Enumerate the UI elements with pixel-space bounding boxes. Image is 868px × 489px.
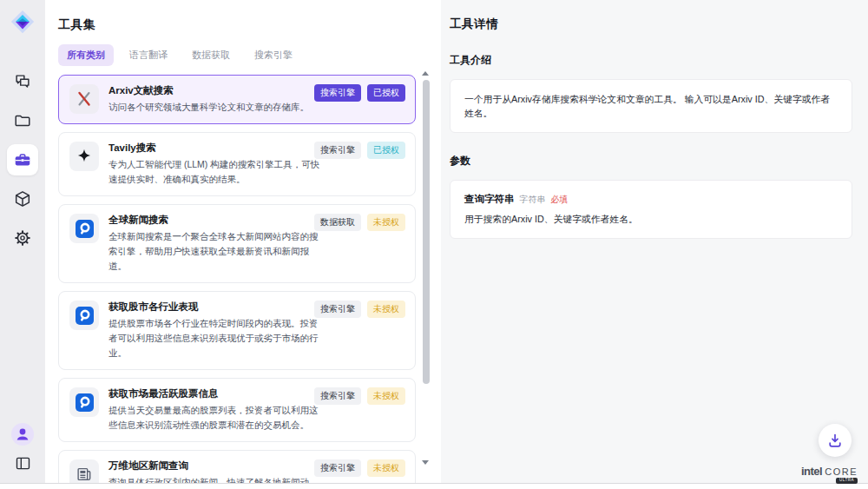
auth-badge: 已授权 bbox=[367, 84, 405, 102]
news-search-icon bbox=[69, 214, 99, 243]
param-desc: 用于搜索的Arxiv ID、关键字或作者姓名。 bbox=[464, 214, 838, 226]
category-tabs: 所有类别 语言翻译 数据获取 搜索引擎 bbox=[58, 44, 416, 66]
tools-panel-title: 工具集 bbox=[58, 17, 416, 33]
tool-card-desc: 提供股票市场各个行业在特定时间段内的表现。投资者可以利用这些信息来识别表现优于或… bbox=[108, 316, 324, 360]
auth-badge: 未授权 bbox=[367, 387, 405, 405]
card-badges: 数据获取 未授权 bbox=[314, 214, 405, 231]
card-badges: 搜索引擎 已授权 bbox=[314, 84, 405, 102]
tool-card-global-news[interactable]: 全球新闻搜索 全球新闻搜索是一个聚合全球各大新闻网站内容的搜索引擎，帮助用户快速… bbox=[58, 204, 416, 283]
intro-text: 一个用于从Arxiv存储库搜索科学论文和文章的工具。 输入可以是Arxiv ID… bbox=[464, 92, 838, 120]
tab-language-translation[interactable]: 语言翻译 bbox=[121, 44, 176, 66]
app-window: 工具集 所有类别 语言翻译 数据获取 搜索引擎 A bbox=[0, 0, 868, 489]
news-search-icon bbox=[69, 387, 99, 417]
category-badge: 搜索引擎 bbox=[314, 387, 361, 405]
intel-word: intel bbox=[801, 466, 822, 477]
app-frame: 工具集 所有类别 语言翻译 数据获取 搜索引擎 A bbox=[0, 0, 868, 484]
nav-models[interactable] bbox=[7, 183, 38, 215]
tool-card-desc: 提供当天交易量最高的股票列表，投资者可以利用这些信息来识别流动性强的股票和潜在的… bbox=[108, 403, 324, 433]
details-title: 工具详情 bbox=[450, 17, 852, 32]
tool-card-sector-performance[interactable]: 获取股市各行业表现 提供股票市场各个行业在特定时间段内的表现。投资者可以利用这些… bbox=[58, 291, 416, 370]
tavily-star-icon bbox=[69, 142, 99, 171]
news-search-icon-chip bbox=[76, 307, 94, 325]
user-avatar[interactable] bbox=[11, 423, 34, 446]
tool-card-desc: 访问各个研究领域大量科学论文和文章的存储库。 bbox=[108, 100, 324, 115]
scrollbar-up-arrow[interactable] bbox=[422, 71, 429, 76]
nav-files[interactable] bbox=[7, 105, 38, 136]
newspaper-icon bbox=[69, 459, 99, 483]
download-button[interactable] bbox=[819, 424, 852, 457]
tool-details-panel: 工具详情 工具介绍 一个用于从Arxiv存储库搜索科学论文和文章的工具。 输入可… bbox=[441, 0, 868, 483]
tool-card-desc: 查询具体行政区划内的新闻，快速了解各地新闻动 bbox=[108, 475, 324, 483]
auth-badge: 已授权 bbox=[367, 142, 405, 159]
category-badge: 搜索引擎 bbox=[314, 459, 361, 477]
nav-chat[interactable] bbox=[7, 66, 38, 97]
category-badge: 搜索引擎 bbox=[314, 301, 361, 318]
tool-card-desc: 专为人工智能代理 (LLM) 构建的搜索引擎工具，可快速提供实时、准确和真实的结… bbox=[108, 157, 324, 187]
nav-toolbox[interactable] bbox=[7, 144, 38, 175]
user-avatar-icon bbox=[11, 423, 34, 446]
auth-badge: 未授权 bbox=[367, 459, 405, 477]
cube-icon bbox=[13, 189, 32, 208]
param-card: 查询字符串 字符串 必填 用于搜索的Arxiv ID、关键字或作者姓名。 bbox=[450, 180, 852, 239]
rail-bottom bbox=[11, 423, 34, 472]
ultra-badge: ULTRA bbox=[836, 478, 858, 485]
params-heading: 参数 bbox=[450, 154, 852, 169]
param-required-flag: 必填 bbox=[551, 194, 569, 206]
nav-settings[interactable] bbox=[7, 222, 38, 254]
icon-rail bbox=[0, 0, 45, 483]
tab-search-engine[interactable]: 搜索引擎 bbox=[246, 44, 301, 66]
param-type: 字符串 bbox=[520, 194, 546, 206]
core-word: CORE bbox=[825, 467, 858, 477]
category-badge: 搜索引擎 bbox=[314, 142, 361, 159]
news-search-icon-chip bbox=[76, 393, 94, 412]
intel-core-wordmark: intel CORE bbox=[801, 466, 858, 477]
panel-toggle-icon bbox=[14, 454, 32, 472]
app-logo-icon bbox=[10, 9, 36, 35]
chat-icon bbox=[13, 72, 32, 91]
intro-heading: 工具介绍 bbox=[450, 53, 852, 68]
news-search-icon bbox=[69, 301, 99, 330]
param-name: 查询字符串 bbox=[464, 193, 515, 206]
scrollbar-thumb[interactable] bbox=[423, 80, 430, 384]
intel-core-logo: intel CORE ULTRA bbox=[801, 466, 858, 485]
card-badges: 搜索引擎 未授权 bbox=[314, 387, 405, 405]
download-icon bbox=[826, 432, 844, 449]
category-badge: 数据获取 bbox=[314, 214, 361, 231]
tool-card-arxiv[interactable]: Arxiv文献搜索 访问各个研究领域大量科学论文和文章的存储库。 搜索引擎 已授… bbox=[58, 75, 416, 124]
toolbox-icon bbox=[13, 150, 32, 169]
tab-all-categories[interactable]: 所有类别 bbox=[58, 44, 114, 66]
tool-card-desc: 全球新闻搜索是一个聚合全球各大新闻网站内容的搜索引擎，帮助用户快速获取全球最新资… bbox=[108, 229, 324, 274]
arxiv-x-icon bbox=[69, 84, 99, 114]
gear-icon bbox=[13, 228, 32, 248]
param-header-row: 查询字符串 字符串 必填 bbox=[464, 193, 838, 206]
auth-badge: 未授权 bbox=[367, 214, 405, 231]
scrollbar-down-arrow[interactable] bbox=[422, 460, 429, 465]
collapse-sidebar-button[interactable] bbox=[14, 454, 32, 472]
tools-panel: 工具集 所有类别 语言翻译 数据获取 搜索引擎 A bbox=[45, 0, 441, 483]
card-badges: 搜索引擎 已授权 bbox=[314, 142, 405, 159]
auth-badge: 未授权 bbox=[367, 301, 405, 318]
intro-card: 一个用于从Arxiv存储库搜索科学论文和文章的工具。 输入可以是Arxiv ID… bbox=[450, 79, 852, 133]
category-badge: 搜索引擎 bbox=[314, 84, 361, 102]
tool-card-most-active-stocks[interactable]: 获取市场最活跃股票信息 提供当天交易量最高的股票列表，投资者可以利用这些信息来识… bbox=[58, 378, 416, 442]
news-search-icon-chip bbox=[76, 220, 94, 238]
tab-data-fetching[interactable]: 数据获取 bbox=[183, 44, 239, 66]
card-badges: 搜索引擎 未授权 bbox=[314, 459, 405, 477]
tool-card-tavily[interactable]: Tavily搜索 专为人工智能代理 (LLM) 构建的搜索引擎工具，可快速提供实… bbox=[58, 132, 416, 196]
folder-icon bbox=[13, 111, 32, 130]
rail-nav bbox=[7, 66, 38, 254]
card-badges: 搜索引擎 未授权 bbox=[314, 301, 405, 318]
tool-list: Arxiv文献搜索 访问各个研究领域大量科学论文和文章的存储库。 搜索引擎 已授… bbox=[58, 75, 416, 483]
tool-card-regional-news[interactable]: 万维地区新闻查询 查询具体行政区划内的新闻，快速了解各地新闻动 搜索引擎 未授权 bbox=[58, 450, 416, 483]
